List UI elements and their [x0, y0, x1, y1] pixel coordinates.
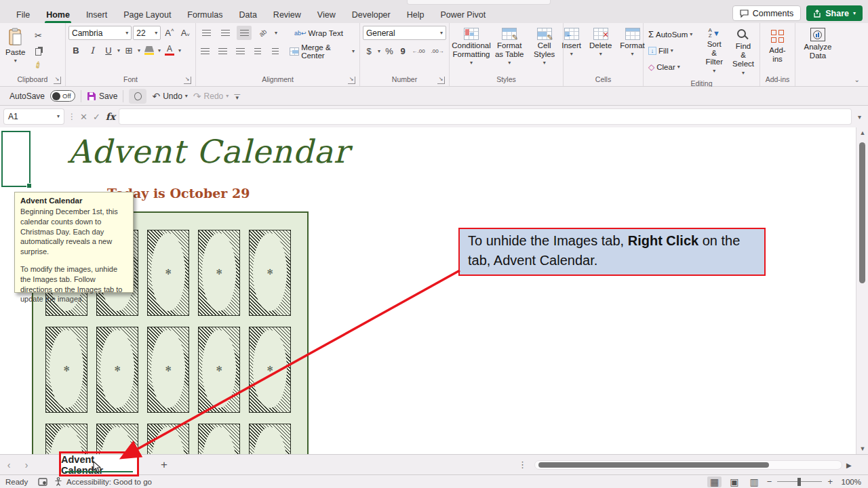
page-break-view-button[interactable]: ▥ — [747, 476, 762, 487]
addins-button[interactable]: Add-ins — [763, 26, 792, 66]
merge-center-button[interactable]: Merge & Center ▾ — [288, 44, 357, 58]
calendar-door[interactable]: ✻ — [45, 327, 87, 413]
calendar-door[interactable]: ✻ — [147, 424, 189, 454]
borders-button[interactable]: ⊞ — [121, 43, 136, 58]
align-center-button[interactable] — [216, 44, 230, 58]
calendar-door[interactable]: ✻ — [147, 230, 189, 316]
font-dialog-launcher[interactable]: ↘ — [184, 77, 191, 84]
zoom-slider[interactable] — [777, 481, 822, 483]
formula-input[interactable] — [119, 109, 851, 124]
insert-cells-button[interactable]: ← Insert ▾ — [559, 26, 584, 59]
grow-font-button[interactable]: A˄ — [162, 26, 176, 40]
vertical-scrollbar[interactable]: ▲ ▼ — [856, 127, 868, 454]
ribbon-tab[interactable]: Data — [231, 7, 264, 23]
calendar-door[interactable]: ✻ — [147, 327, 189, 413]
enter-button[interactable]: ✓ — [93, 112, 100, 122]
zoom-out-button[interactable]: − — [767, 476, 772, 487]
page-layout-view-button[interactable]: ▣ — [727, 476, 741, 487]
normal-view-button[interactable]: ▦ — [707, 476, 722, 487]
ribbon-tab[interactable]: Formulas — [179, 7, 231, 23]
calendar-door[interactable]: ✻ — [198, 230, 240, 316]
underline-button[interactable]: U — [101, 43, 116, 58]
calendar-door[interactable]: ✻ — [96, 327, 138, 413]
selected-cell-a1[interactable] — [1, 131, 31, 187]
align-top-button[interactable] — [199, 26, 214, 40]
orientation-button[interactable]: ab — [256, 26, 271, 40]
ribbon-tab[interactable]: Page Layout — [115, 7, 179, 23]
font-color-button[interactable]: A — [162, 43, 177, 58]
calendar-door[interactable]: ✻ — [249, 230, 291, 316]
ribbon-tab[interactable]: Insert — [78, 7, 115, 23]
calendar-door[interactable]: ✻ — [249, 424, 291, 454]
decrease-decimal-button[interactable]: .00→ — [429, 44, 446, 58]
ribbon-tab[interactable]: Developer — [344, 7, 399, 23]
scroll-right-icon[interactable]: ▶ — [846, 462, 852, 469]
number-dialog-launcher[interactable]: ↘ — [437, 77, 445, 84]
horizontal-scrollbar[interactable] — [534, 460, 842, 470]
next-sheet-button[interactable]: › — [18, 460, 35, 470]
horizontal-scroll-thumb[interactable] — [538, 462, 769, 468]
sheet-tab-advent-calendar[interactable]: Advent Calendar — [61, 455, 137, 474]
prev-sheet-button[interactable]: ‹ — [0, 460, 18, 470]
align-left-button[interactable] — [199, 44, 212, 58]
cancel-button[interactable]: ✕ — [80, 112, 87, 122]
cut-button[interactable]: ✂ — [31, 28, 45, 43]
bold-button[interactable]: B — [68, 43, 83, 58]
scroll-down-icon[interactable]: ▼ — [856, 445, 868, 452]
ribbon-tab[interactable]: Power Pivot — [432, 7, 494, 23]
autosave-toggle[interactable]: Off — [50, 90, 75, 102]
percent-style-button[interactable]: % — [383, 44, 395, 58]
format-as-table-button[interactable]: ✎ Format as Table ▾ — [492, 26, 527, 68]
ribbon-tab[interactable]: Review — [265, 7, 309, 23]
insert-function-button[interactable]: fx — [106, 111, 115, 122]
scroll-up-icon[interactable]: ▲ — [856, 129, 868, 136]
align-right-button[interactable] — [234, 44, 248, 58]
comments-button[interactable]: Comments — [732, 5, 801, 21]
save-button[interactable]: Save — [87, 92, 117, 101]
align-middle-button[interactable] — [218, 26, 233, 40]
customize-qat-button[interactable]: —▾ — [234, 93, 240, 100]
increase-decimal-button[interactable]: ←.00 — [410, 44, 427, 58]
cell-styles-button[interactable]: ✎ Cell Styles ▾ — [528, 26, 560, 68]
font-name-combo[interactable]: Cambria▾ — [68, 26, 132, 40]
clipboard-dialog-launcher[interactable]: ↘ — [54, 77, 61, 84]
font-size-combo[interactable]: 22▾ — [133, 26, 161, 40]
paste-button[interactable]: Paste ▾ — [3, 26, 28, 66]
ribbon-tab[interactable]: Home — [38, 7, 78, 23]
align-bottom-button[interactable] — [237, 26, 252, 40]
zoom-in-button[interactable]: + — [827, 476, 833, 487]
analyze-data-button[interactable]: Analyze Data — [798, 26, 837, 62]
share-button[interactable]: Share ▾ — [806, 5, 863, 21]
delete-cells-button[interactable]: ✕ Delete ▾ — [587, 26, 614, 59]
expand-formula-bar-button[interactable]: ▾ — [855, 113, 864, 121]
redo-button[interactable]: ↷ Redo ▾ — [193, 91, 229, 102]
increase-indent-button[interactable] — [269, 44, 282, 58]
accessibility-checker-button[interactable] — [54, 477, 62, 486]
ribbon-tab[interactable]: Help — [399, 7, 433, 23]
comma-style-button[interactable]: 9 — [398, 44, 408, 58]
copy-button[interactable] — [31, 43, 45, 58]
zoom-slider-thumb[interactable] — [797, 478, 801, 486]
autosum-button[interactable]: ΣAutoSum▾ — [646, 27, 694, 41]
format-painter-button[interactable]: ✐ — [31, 58, 45, 73]
calendar-door[interactable]: ✻ — [96, 424, 138, 454]
collapse-ribbon-button[interactable]: ⌄ — [854, 76, 860, 83]
italic-button[interactable]: I — [85, 43, 100, 58]
fill-color-button[interactable] — [142, 43, 157, 58]
accessibility-status[interactable]: Accessibility: Good to go — [66, 478, 152, 486]
calendar-door[interactable]: ✻ — [249, 327, 291, 413]
new-sheet-button[interactable]: + — [156, 458, 172, 472]
ribbon-tab[interactable]: File — [8, 7, 38, 23]
number-format-combo[interactable]: General▾ — [363, 26, 446, 40]
accounting-format-button[interactable]: $ — [363, 44, 375, 58]
wrap-text-button[interactable]: ab↩ Wrap Text — [292, 26, 345, 40]
conditional-formatting-button[interactable]: Conditional Formatting ▾ — [452, 26, 490, 68]
calendar-door[interactable]: ✻ — [198, 424, 240, 454]
sort-filter-button[interactable]: AZ▼ Sort & Filter ▾ — [701, 26, 727, 76]
decrease-indent-button[interactable] — [251, 44, 264, 58]
macro-record-button[interactable] — [38, 478, 47, 486]
fill-button[interactable]: ↓Fill▾ — [646, 43, 694, 58]
alignment-dialog-launcher[interactable]: ↘ — [348, 77, 355, 84]
calendar-door[interactable]: ✻ — [45, 424, 87, 454]
undo-button[interactable]: ↶ Undo ▾ — [152, 91, 187, 102]
